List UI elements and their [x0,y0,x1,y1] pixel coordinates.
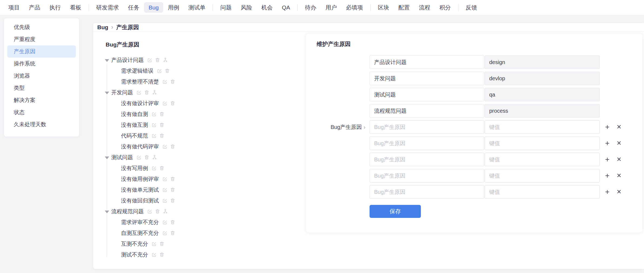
edit-icon[interactable] [147,57,152,63]
edit-icon[interactable] [162,230,167,236]
edit-icon[interactable] [151,111,157,117]
sidebar-item-解决方案[interactable]: 解决方案 [7,94,76,106]
cause-key-input[interactable] [485,136,600,150]
nav-item-区块[interactable]: 区块 [373,2,394,13]
plus-icon[interactable]: + [605,123,609,131]
trash-icon[interactable] [170,144,175,149]
trash-icon[interactable] [170,198,175,203]
edit-icon[interactable] [151,165,157,171]
cause-key-input[interactable] [485,185,600,199]
close-icon[interactable]: ✕ [616,173,621,179]
trash-icon[interactable] [159,122,165,128]
edit-icon[interactable] [151,252,157,257]
edit-icon[interactable] [162,219,167,225]
trash-icon[interactable] [159,111,165,117]
trash-icon[interactable] [170,176,175,182]
nav-item-QA[interactable]: QA [277,2,294,13]
edit-icon[interactable] [147,209,152,214]
sidebar-item-浏览器[interactable]: 浏览器 [7,70,76,82]
cause-name-input[interactable] [370,153,484,166]
cause-key-input[interactable] [485,120,600,134]
trash-icon[interactable] [170,219,175,225]
cause-name-input[interactable] [370,72,484,85]
breadcrumb-module[interactable]: Bug [97,24,108,31]
nav-item-流程[interactable]: 流程 [414,2,435,13]
nav-item-反馈[interactable]: 反馈 [461,2,482,13]
trash-icon[interactable] [170,101,175,106]
nav-item-项目[interactable]: 项目 [4,2,24,13]
nav-item-必填项[interactable]: 必填项 [341,2,368,13]
edit-icon[interactable] [162,101,167,106]
edit-icon[interactable] [162,187,167,192]
nav-item-产品[interactable]: 产品 [24,2,45,13]
caret-down-icon[interactable] [105,92,109,94]
branch-icon[interactable] [152,90,157,95]
caret-down-icon[interactable] [105,59,109,62]
nav-item-测试单[interactable]: 测试单 [184,2,210,13]
cause-name-input[interactable] [370,120,484,134]
trash-icon[interactable] [144,90,149,95]
edit-icon[interactable] [162,176,167,182]
trash-icon[interactable] [159,252,165,257]
sidebar-item-产生原因[interactable]: 产生原因 [7,45,76,58]
edit-icon[interactable] [162,198,167,203]
edit-icon[interactable] [151,241,157,247]
nav-item-待办[interactable]: 待办 [300,2,321,13]
edit-icon[interactable] [162,79,167,84]
nav-item-任务[interactable]: 任务 [123,2,144,13]
trash-icon[interactable] [155,57,160,63]
close-icon[interactable]: ✕ [616,189,621,195]
nav-item-Bug[interactable]: Bug [144,2,163,13]
edit-icon[interactable] [151,122,157,128]
nav-item-积分[interactable]: 积分 [435,2,455,13]
plus-icon[interactable]: + [605,156,609,163]
cause-name-input[interactable] [370,104,484,118]
nav-item-研发需求[interactable]: 研发需求 [92,2,123,13]
sidebar-item-操作系统[interactable]: 操作系统 [7,58,76,70]
sidebar-item-状态[interactable]: 状态 [7,106,76,118]
trash-icon[interactable] [170,187,175,192]
caret-down-icon[interactable] [105,211,109,213]
edit-icon[interactable] [136,90,142,95]
caret-down-icon[interactable] [105,157,109,159]
plus-icon[interactable]: + [605,188,609,196]
cause-key-input[interactable] [485,153,600,166]
trash-icon[interactable] [144,155,149,160]
nav-item-执行[interactable]: 执行 [45,2,65,13]
sidebar-item-严重程度[interactable]: 严重程度 [7,33,76,45]
save-button[interactable]: 保存 [370,205,421,218]
trash-icon[interactable] [170,230,175,236]
trash-icon[interactable] [155,209,160,214]
trash-icon[interactable] [159,241,165,247]
edit-icon[interactable] [136,155,142,160]
nav-item-风险[interactable]: 风险 [236,2,257,13]
nav-item-用户[interactable]: 用户 [321,2,341,13]
plus-icon[interactable]: + [605,172,609,179]
cause-name-input[interactable] [370,136,484,150]
plus-icon[interactable]: + [605,139,609,147]
edit-icon[interactable] [151,133,157,138]
branch-icon[interactable] [152,155,157,160]
close-icon[interactable]: ✕ [616,124,621,130]
cause-name-input[interactable] [370,185,484,199]
cause-key-input[interactable] [485,169,600,182]
sidebar-item-类型[interactable]: 类型 [7,82,76,94]
cause-name-input[interactable] [370,55,484,69]
sidebar-item-久未处理天数[interactable]: 久未处理天数 [7,118,76,131]
branch-icon[interactable] [163,57,168,63]
edit-icon[interactable] [157,68,162,74]
edit-icon[interactable] [162,144,167,149]
nav-item-用例[interactable]: 用例 [163,2,184,13]
trash-icon[interactable] [159,165,165,171]
nav-item-配置[interactable]: 配置 [394,2,414,13]
trash-icon[interactable] [159,133,165,138]
close-icon[interactable]: ✕ [616,157,621,162]
cause-name-input[interactable] [370,88,484,101]
close-icon[interactable]: ✕ [616,140,621,146]
nav-item-问题[interactable]: 问题 [216,2,236,13]
branch-icon[interactable] [163,209,168,214]
trash-icon[interactable] [165,68,170,74]
trash-icon[interactable] [170,79,175,84]
nav-item-看板[interactable]: 看板 [65,2,86,13]
cause-name-input[interactable] [370,169,484,182]
